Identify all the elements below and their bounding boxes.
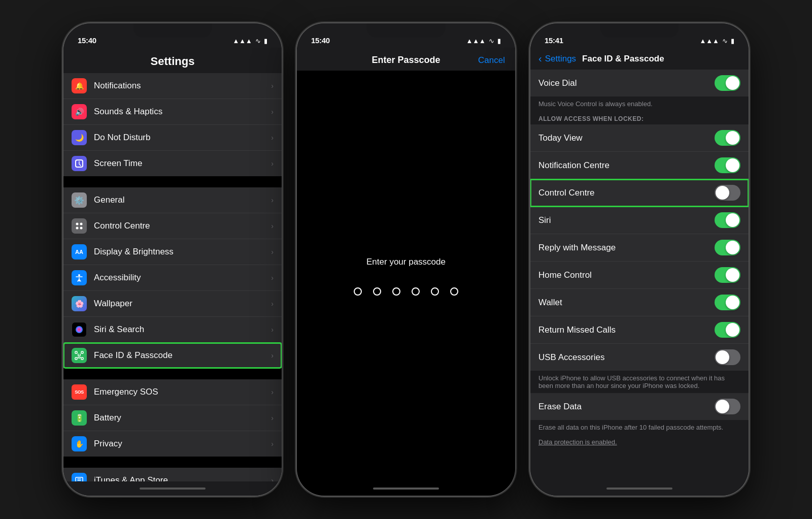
erase-caption: Erase all data on this iPhone after 10 f… (530, 420, 749, 435)
control-centre-toggle[interactable] (715, 185, 740, 201)
voice-dial-section: Voice Dial (530, 70, 749, 96)
notch-1 (133, 23, 212, 38)
wallet-toggle[interactable] (715, 295, 740, 310)
toggle-home-control: Home Control (530, 262, 749, 289)
wifi-icon-2: ∿ (489, 37, 494, 45)
wallet-label: Wallet (538, 298, 715, 308)
settings-item-battery[interactable]: 🔋 Battery › (63, 405, 282, 431)
settings-item-sounds[interactable]: 🔊 Sounds & Haptics › (63, 99, 282, 125)
settings-item-wallpaper[interactable]: 🌸 Wallpaper › (63, 291, 282, 317)
reply-message-toggle[interactable] (715, 240, 740, 255)
notifications-chevron: › (271, 82, 274, 90)
settings-section-3: SOS Emergency SOS › 🔋 Battery › ✋ (63, 379, 282, 457)
home-control-toggle[interactable] (715, 267, 740, 283)
separator-2 (63, 368, 282, 379)
home-control-thumb (726, 268, 739, 282)
settings-item-control-centre[interactable]: Control Centre › (63, 213, 282, 239)
signal-icon-2: ▲▲▲ (466, 37, 486, 45)
status-icons-2: ▲▲▲ ∿ ▮ (466, 37, 501, 45)
toggle-today-view: Today View (530, 124, 749, 152)
screentime-icon (72, 156, 87, 171)
back-button[interactable]: ‹ Settings (538, 53, 576, 64)
faceid-content: Voice Dial Music Voice Control is always… (530, 70, 749, 481)
status-time-2: 15:40 (311, 36, 330, 45)
phone-1-settings: 15:40 ▲▲▲ ∿ ▮ Settings 🔔 Notifications › (63, 23, 282, 496)
battery-icon-1: ▮ (264, 37, 267, 45)
usb-accessories-thumb (716, 350, 729, 364)
passcode-dots-row (354, 287, 458, 296)
settings-item-accessibility[interactable]: Accessibility › (63, 265, 282, 291)
siri-thumb (726, 213, 739, 227)
settings-item-dnd[interactable]: 🌙 Do Not Disturb › (63, 125, 282, 151)
wallet-thumb (726, 296, 739, 309)
voice-dial-thumb (726, 76, 739, 90)
wallpaper-chevron: › (271, 300, 274, 308)
toggle-wallet: Wallet (530, 289, 749, 316)
siri-icon (72, 322, 87, 337)
display-icon: AA (72, 244, 87, 260)
passcode-dot-5 (431, 287, 439, 296)
data-protection-caption: Data protection is enabled. (530, 435, 749, 449)
back-chevron-icon: ‹ (538, 53, 542, 64)
notification-centre-toggle[interactable] (715, 157, 740, 173)
settings-section-1: 🔔 Notifications › 🔊 Sounds & Haptics › 🌙 (63, 73, 282, 176)
status-time-3: 15:41 (545, 36, 563, 45)
today-view-toggle[interactable] (715, 130, 740, 146)
settings-item-itunes[interactable]: iTunes & App Store › (63, 468, 282, 481)
settings-item-siri[interactable]: Siri & Search › (63, 317, 282, 343)
passcode-cancel-button[interactable]: Cancel (478, 55, 505, 66)
home-control-label: Home Control (538, 270, 715, 280)
svg-point-2 (80, 223, 83, 225)
sounds-icon: 🔊 (72, 104, 87, 119)
phone-3-faceid: 15:41 ▲▲▲ ∿ ▮ ‹ Settings Face ID & Passc… (530, 23, 749, 496)
erase-data-toggle[interactable] (715, 399, 740, 414)
settings-item-sos[interactable]: SOS Emergency SOS › (63, 379, 282, 405)
back-label: Settings (545, 54, 576, 64)
privacy-chevron: › (271, 440, 274, 448)
battery-icon-2: ▮ (497, 37, 501, 45)
status-icons-3: ▲▲▲ ∿ ▮ (699, 37, 734, 45)
home-indicator-2 (373, 481, 439, 496)
sounds-chevron: › (271, 108, 274, 116)
faceid-icon (72, 348, 87, 363)
passcode-dot-4 (412, 287, 420, 296)
return-calls-toggle[interactable] (715, 322, 740, 338)
voice-dial-toggle[interactable] (715, 75, 740, 91)
separator-3 (63, 457, 282, 468)
svg-point-6 (76, 326, 83, 333)
wifi-icon-1: ∿ (255, 37, 261, 45)
home-bar-3 (606, 488, 672, 490)
passcode-dot-6 (450, 287, 458, 296)
settings-item-screentime[interactable]: Screen Time › (63, 151, 282, 176)
dnd-label: Do Not Disturb (94, 133, 271, 143)
siri-toggle[interactable] (715, 212, 740, 228)
battery-icon-3: ▮ (731, 37, 734, 45)
faceid-label: Face ID & Passcode (94, 350, 271, 361)
control-centre-label-3: Control Centre (538, 188, 715, 198)
status-time-1: 15:40 (78, 36, 96, 45)
reply-message-label: Reply with Message (538, 243, 715, 253)
settings-section-2: ⚙️ General › Control Centre › AA D (63, 187, 282, 368)
usb-accessories-toggle[interactable] (715, 349, 740, 365)
passcode-dot-1 (354, 287, 362, 296)
allow-access-title: ALLOW ACCESS WHEN LOCKED: (530, 111, 749, 124)
toggle-usb-accessories: USB Accessories (530, 344, 749, 371)
today-view-label: Today View (538, 133, 715, 143)
general-chevron: › (271, 196, 274, 204)
display-chevron: › (271, 248, 274, 256)
sos-label: Emergency SOS (94, 387, 271, 397)
passcode-prompt: Enter your passcode (366, 257, 446, 267)
usb-caption: Unlock iPhone to allow USB accessories t… (530, 371, 749, 393)
passcode-title: Enter Passcode (307, 55, 505, 66)
notifications-label: Notifications (94, 81, 271, 91)
passcode-dot-2 (373, 287, 381, 296)
settings-item-display[interactable]: AA Display & Brightness › (63, 239, 282, 265)
toggle-notification-centre: Notification Centre (530, 152, 749, 179)
sos-icon: SOS (72, 384, 87, 400)
settings-item-notifications[interactable]: 🔔 Notifications › (63, 73, 282, 99)
settings-item-faceid[interactable]: Face ID & Passcode › (63, 343, 282, 368)
wallpaper-icon: 🌸 (72, 296, 87, 311)
settings-item-privacy[interactable]: ✋ Privacy › (63, 431, 282, 457)
toggle-siri-3: Siri (530, 207, 749, 234)
settings-item-general[interactable]: ⚙️ General › (63, 187, 282, 213)
